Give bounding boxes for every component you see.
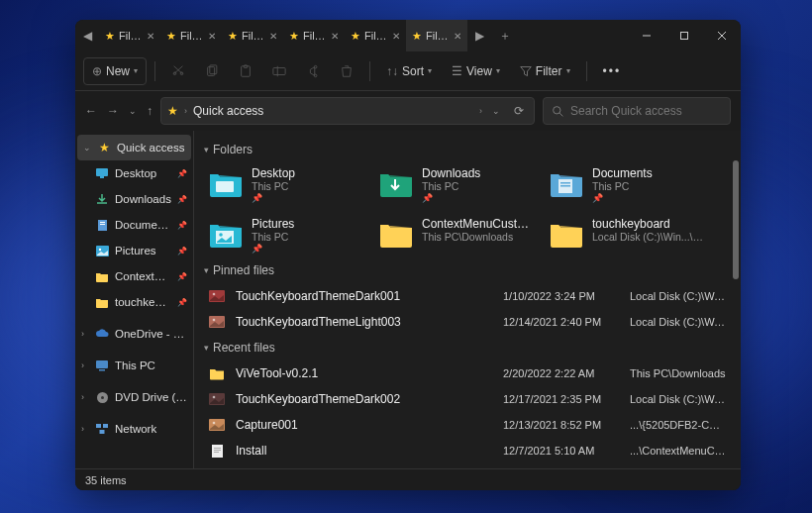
sidebar-item-label: touchkeyboard xyxy=(115,296,171,308)
pin-icon: 📌 xyxy=(177,169,187,178)
folder-path: This PC xyxy=(252,231,364,243)
tab-close-button[interactable]: ✕ xyxy=(331,31,339,42)
folder-item[interactable]: ContextMenuCustomPac...This PC\Downloads xyxy=(374,213,539,257)
sidebar-item[interactable]: Desktop📌 xyxy=(75,160,193,186)
sidebar-item[interactable]: ⌄★Quick access xyxy=(77,135,191,160)
maximize-button[interactable] xyxy=(665,20,703,51)
tab-label: File E xyxy=(119,30,143,42)
close-button[interactable] xyxy=(703,20,741,51)
address-row: ← → ⌄ ↑ ★ › Quick access › ⌄ ⟳ xyxy=(75,91,741,131)
svg-rect-21 xyxy=(96,360,108,368)
file-row[interactable]: TouchKeyboardThemeDark0011/10/2022 3:24 … xyxy=(204,283,731,309)
tab[interactable]: ★File E✕ xyxy=(345,20,406,51)
tab-close-button[interactable]: ✕ xyxy=(208,31,216,42)
more-button[interactable]: ••• xyxy=(595,57,630,85)
svg-point-10 xyxy=(314,65,317,68)
svg-point-41 xyxy=(213,422,216,425)
sidebar-item[interactable]: ›Network xyxy=(75,416,193,442)
tab[interactable]: ★File E✕ xyxy=(160,20,222,51)
sidebar-item[interactable]: ›OneDrive - Personal xyxy=(75,321,193,347)
tab-label: File E xyxy=(364,30,388,42)
group-header-recent[interactable]: Recent files xyxy=(204,341,731,355)
tab[interactable]: ★File E✕ xyxy=(283,20,345,51)
file-row[interactable]: ViVeTool-v0.2.12/20/2022 2:22 AMThis PC\… xyxy=(204,360,731,386)
star-icon: ★ xyxy=(97,141,111,154)
folder-icon xyxy=(208,217,244,253)
search-input[interactable] xyxy=(570,104,722,118)
new-tab-button[interactable]: ＋ xyxy=(491,28,519,45)
search-bar[interactable] xyxy=(543,97,731,125)
file-row[interactable]: Install12/7/2021 5:10 AM...\ContextMenuC… xyxy=(204,438,731,463)
group-header-folders[interactable]: Folders xyxy=(204,143,731,156)
tabstrip-back-button[interactable]: ◀ xyxy=(75,20,99,51)
file-row[interactable]: TouchKeyboardThemeDark00212/17/2021 2:35… xyxy=(204,386,731,412)
filter-button[interactable]: Filter▾ xyxy=(512,57,578,85)
svg-point-35 xyxy=(213,293,216,296)
scrollbar-thumb[interactable] xyxy=(733,160,739,279)
folder-path: This PC xyxy=(252,180,364,192)
file-row[interactable]: TouchKeyboardThemeLight00312/14/2021 2:4… xyxy=(204,309,731,335)
scrollbar[interactable] xyxy=(733,160,739,438)
history-dropdown-button[interactable]: ⌄ xyxy=(488,106,504,116)
minimize-button[interactable] xyxy=(628,20,665,51)
doc-icon xyxy=(95,219,109,232)
tab-label: File E xyxy=(426,30,450,42)
folder-name: Downloads xyxy=(422,166,535,180)
tab[interactable]: ★File E✕ xyxy=(99,20,160,51)
group-header-pinned[interactable]: Pinned files xyxy=(204,263,731,277)
tab-label: File E xyxy=(180,30,204,42)
refresh-button[interactable]: ⟳ xyxy=(510,104,528,118)
pin-icon: 📌 xyxy=(177,247,187,256)
sidebar-item-label: Downloads xyxy=(115,193,171,205)
expand-icon[interactable]: › xyxy=(81,424,89,434)
sort-button[interactable]: ↑↓Sort▾ xyxy=(378,57,440,85)
folder-item[interactable]: DownloadsThis PC📌 xyxy=(374,162,539,207)
file-icon xyxy=(208,393,226,405)
back-button[interactable]: ← xyxy=(85,104,97,118)
expand-icon[interactable]: › xyxy=(81,360,89,370)
sidebar-item[interactable]: Pictures📌 xyxy=(75,238,193,263)
address-bar[interactable]: ★ › Quick access › ⌄ ⟳ xyxy=(160,97,535,125)
delete-button[interactable] xyxy=(332,57,361,85)
folder-item[interactable]: DocumentsThis PC📌 xyxy=(545,162,709,207)
paste-button[interactable] xyxy=(231,57,260,85)
file-row[interactable]: Capture00112/13/2021 8:52 PM...\{5205DFB… xyxy=(204,412,731,438)
share-button[interactable] xyxy=(298,57,328,85)
sidebar-item[interactable]: ›This PC xyxy=(75,353,193,378)
breadcrumb-location[interactable]: Quick access xyxy=(193,104,473,118)
tabstrip-forward-button[interactable]: ▶ xyxy=(467,20,491,51)
tab-close-button[interactable]: ✕ xyxy=(392,31,400,42)
copy-button[interactable] xyxy=(197,57,227,85)
rename-button[interactable] xyxy=(264,57,294,85)
folder-name: touchkeyboard xyxy=(592,217,705,231)
expand-icon[interactable]: › xyxy=(81,392,89,402)
cut-button[interactable] xyxy=(163,57,193,85)
tab-close-button[interactable]: ✕ xyxy=(147,31,154,42)
forward-button[interactable]: → xyxy=(107,104,119,118)
tab[interactable]: ★File E✕ xyxy=(406,20,467,51)
tab[interactable]: ★File E✕ xyxy=(222,20,283,51)
file-path: This PC\Downloads xyxy=(630,367,727,379)
new-button[interactable]: ⊕New▾ xyxy=(83,57,147,85)
search-icon xyxy=(552,105,564,118)
expand-icon[interactable]: ⌄ xyxy=(83,143,91,153)
up-button[interactable]: ↑ xyxy=(147,104,152,118)
sidebar-item[interactable]: Documents📌 xyxy=(75,212,193,238)
folder-icon xyxy=(378,166,414,202)
recent-locations-button[interactable]: ⌄ xyxy=(129,106,137,116)
sidebar-item[interactable]: ›DVD Drive (D:) CCCC xyxy=(75,384,193,410)
tab-close-button[interactable]: ✕ xyxy=(269,31,277,42)
sidebar-item-label: DVD Drive (D:) CCCC xyxy=(115,391,187,403)
tab-close-button[interactable]: ✕ xyxy=(454,31,461,42)
folder-item[interactable]: DesktopThis PC📌 xyxy=(204,162,368,207)
folder-item[interactable]: touchkeyboardLocal Disk (C:)\Win...\Web xyxy=(545,213,709,257)
svg-rect-18 xyxy=(100,224,105,225)
view-button[interactable]: ☰View▾ xyxy=(444,57,508,85)
expand-icon[interactable]: › xyxy=(81,329,89,339)
file-icon xyxy=(208,444,226,459)
sidebar-item[interactable]: touchkeyboard📌 xyxy=(75,289,193,315)
sidebar-item[interactable]: ContextMenuCust📌 xyxy=(75,263,193,289)
sidebar-item[interactable]: Downloads📌 xyxy=(75,186,193,212)
folder-icon xyxy=(208,166,244,202)
folder-item[interactable]: PicturesThis PC📌 xyxy=(204,213,368,257)
